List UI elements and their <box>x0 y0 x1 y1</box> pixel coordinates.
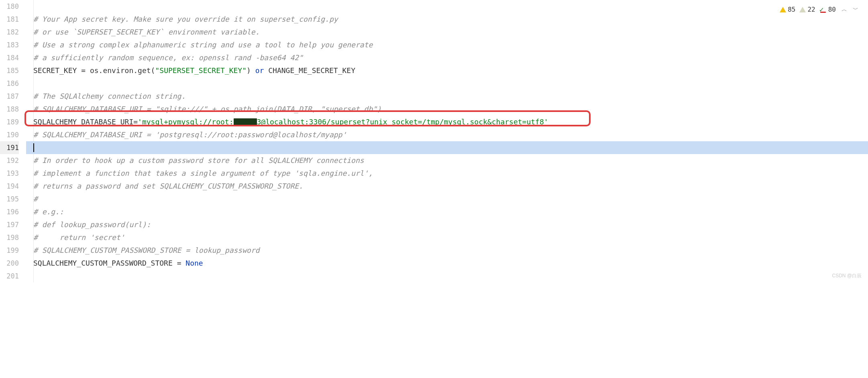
comment-text: # Your App secret key. Make sure you ove… <box>33 15 338 23</box>
code-line[interactable]: # def lookup_password(url): <box>26 218 868 231</box>
paren: ) <box>247 66 255 75</box>
line-number: 183 <box>0 39 19 51</box>
code-line[interactable]: # SQLALCHEMY_DATABASE_URI = "sqlite:///"… <box>26 103 868 116</box>
line-number: 192 <box>0 154 19 167</box>
code-line[interactable]: # return 'secret' <box>26 231 868 244</box>
code-editor[interactable]: 180 181 182 183 184 185 186 187 188 189 … <box>0 0 868 282</box>
line-number: 197 <box>0 218 19 231</box>
operator: = <box>133 118 138 126</box>
comment-text: # implement a function that takes a sing… <box>33 169 373 177</box>
code-line[interactable]: # The SQLAlchemy connection string. <box>26 90 868 103</box>
code-line[interactable]: # SQLALCHEMY_CUSTOM_PASSWORD_STORE = loo… <box>26 244 868 257</box>
comment-text: # The SQLAlchemy connection string. <box>33 92 185 100</box>
line-gutter: 180 181 182 183 184 185 186 187 188 189 … <box>0 0 26 282</box>
code-area[interactable]: # Your App secret key. Make sure you ove… <box>26 0 868 282</box>
code-line-highlighted[interactable]: SQLALCHEMY_DATABASE_URI='mysql+pymysql:/… <box>26 116 868 128</box>
comment-text: # SQLALCHEMY_CUSTOM_PASSWORD_STORE = loo… <box>33 246 260 254</box>
comment-text: # SQLALCHEMY_DATABASE_URI = 'postgresql:… <box>33 130 346 139</box>
line-number: 199 <box>0 244 19 257</box>
operator: = <box>177 259 186 267</box>
code-line[interactable]: # SQLALCHEMY_DATABASE_URI = 'postgresql:… <box>26 128 868 141</box>
code-line[interactable]: # e.g.: <box>26 205 868 218</box>
comment-text: # Use a strong complex alphanumeric stri… <box>33 41 373 49</box>
string-literal: "SUPERSET_SECRET_KEY" <box>155 66 247 75</box>
redacted-password <box>234 118 257 126</box>
code-line[interactable]: # implement a function that takes a sing… <box>26 167 868 180</box>
comment-text: # e.g.: <box>33 207 64 216</box>
call-expr: os.environ.get( <box>90 66 155 75</box>
line-number: 185 <box>0 64 19 77</box>
comment-text: # In order to hook up a custom password … <box>33 156 364 165</box>
identifier: CHANGE_ME_SECRET_KEY <box>264 66 355 75</box>
comment-text: # return 'secret' <box>33 233 125 242</box>
comment-text: # a sufficiently random sequence, ex: op… <box>33 53 303 62</box>
keyword: or <box>255 66 264 75</box>
code-line[interactable]: # <box>26 193 868 205</box>
line-number: 190 <box>0 128 19 141</box>
code-line[interactable]: # a sufficiently random sequence, ex: op… <box>26 51 868 64</box>
line-number: 182 <box>0 26 19 39</box>
code-line[interactable]: # Use a strong complex alphanumeric stri… <box>26 39 868 51</box>
code-line[interactable]: SECRET_KEY = os.environ.get("SUPERSET_SE… <box>26 64 868 77</box>
line-number: 186 <box>0 77 19 90</box>
code-line[interactable]: # returns a password and set SQLALCHEMY_… <box>26 180 868 193</box>
operator: = <box>81 66 90 75</box>
line-number-active: 191 <box>0 141 19 154</box>
line-number: 193 <box>0 167 19 180</box>
variable: SECRET_KEY <box>33 66 81 75</box>
comment-text: # SQLALCHEMY_DATABASE_URI = "sqlite:///"… <box>33 105 381 113</box>
code-line[interactable] <box>26 270 868 282</box>
line-number: 188 <box>0 103 19 116</box>
line-number: 189 <box>0 116 19 128</box>
none-keyword: None <box>185 259 203 267</box>
line-number: 200 <box>0 257 19 270</box>
comment-text: # or use `SUPERSET_SECRET_KEY` environme… <box>33 28 260 36</box>
code-line-active[interactable] <box>26 141 868 154</box>
string-literal: 'mysql+pymysql://root: <box>138 118 233 126</box>
line-number: 184 <box>0 51 19 64</box>
line-number: 194 <box>0 180 19 193</box>
comment-text: # <box>33 195 38 203</box>
line-number: 187 <box>0 90 19 103</box>
line-number: 198 <box>0 231 19 244</box>
line-number: 195 <box>0 193 19 205</box>
code-line[interactable]: SQLALCHEMY_CUSTOM_PASSWORD_STORE = None <box>26 257 868 270</box>
comment-text: # returns a password and set SQLALCHEMY_… <box>33 182 303 190</box>
line-number: 196 <box>0 205 19 218</box>
line-number: 201 <box>0 270 19 282</box>
line-number: 180 <box>0 0 19 13</box>
variable: SQLALCHEMY_DATABASE_URI <box>33 118 133 126</box>
code-line[interactable] <box>26 77 868 90</box>
line-number: 181 <box>0 13 19 26</box>
code-line[interactable] <box>26 0 868 13</box>
code-line[interactable]: # or use `SUPERSET_SECRET_KEY` environme… <box>26 26 868 39</box>
code-line[interactable]: # In order to hook up a custom password … <box>26 154 868 167</box>
comment-text: # def lookup_password(url): <box>33 220 151 229</box>
string-literal: 3@localhost:3306/superset?unix_socket=/t… <box>257 118 548 126</box>
code-line[interactable]: # Your App secret key. Make sure you ove… <box>26 13 868 26</box>
variable: SQLALCHEMY_CUSTOM_PASSWORD_STORE <box>33 259 177 267</box>
text-cursor <box>33 143 34 152</box>
